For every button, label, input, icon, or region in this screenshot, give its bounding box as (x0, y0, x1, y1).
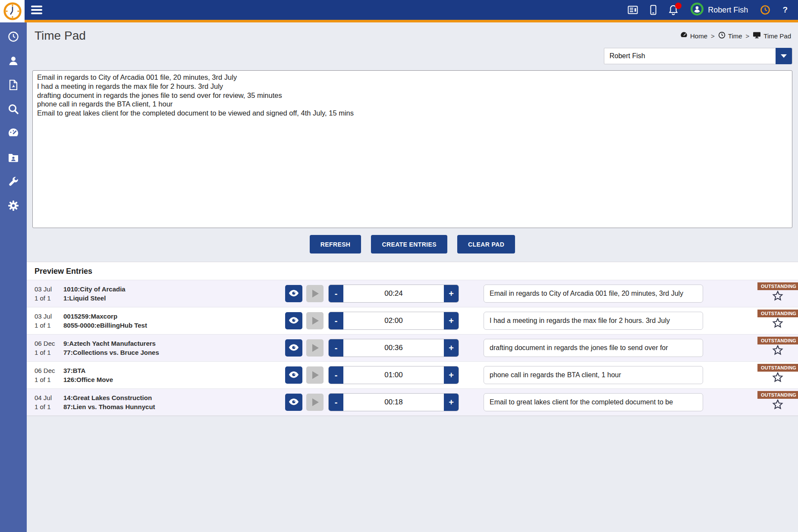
time-value-field[interactable] (343, 366, 444, 384)
entry-status-column: OUTSTANDING (757, 307, 798, 334)
favorite-star-button[interactable] (757, 372, 798, 385)
start-timer-button[interactable] (306, 285, 324, 302)
start-timer-button[interactable] (306, 339, 324, 357)
time-pad-textarea[interactable]: Email in regards to City of Arcadia 001 … (32, 70, 792, 228)
sidebar-item-time[interactable] (0, 32, 27, 43)
favorite-star-button[interactable] (757, 318, 798, 330)
preview-entries-section: Preview Entries 03 Jul 1 of 1 1010:City … (27, 262, 798, 416)
clear-pad-button[interactable]: CLEAR PAD (457, 235, 515, 253)
entry-page-count: 1 of 1 (35, 321, 63, 330)
page-title: Time Pad (35, 29, 86, 43)
entry-date: 03 Jul 1 of 1 (27, 312, 63, 330)
entry-matter-name: 87:Lien vs. Thomas Hunnycut (63, 402, 285, 411)
breadcrumb-separator: > (711, 32, 715, 40)
preview-entry-row: 03 Jul 1 of 1 0015259:Maxcorp 8055-0000:… (27, 307, 798, 334)
increase-time-button[interactable]: + (444, 394, 459, 411)
favorite-star-button[interactable] (757, 345, 798, 357)
increase-time-button[interactable]: + (444, 312, 459, 329)
entry-description-input[interactable] (484, 312, 703, 330)
increase-time-button[interactable]: + (444, 339, 459, 357)
entry-matter: 1010:City of Arcadia 1:Liquid Steel (63, 285, 285, 303)
favorite-star-button[interactable] (757, 291, 798, 303)
dashboard-icon (8, 128, 19, 141)
entry-description-input[interactable] (484, 285, 703, 303)
time-value-field[interactable] (343, 285, 444, 302)
start-timer-button[interactable] (306, 394, 324, 411)
entry-client: 1010:City of Arcadia (63, 285, 285, 294)
entry-description-input[interactable] (484, 339, 703, 357)
entry-date: 03 Jul 1 of 1 (27, 285, 63, 303)
bell-icon[interactable] (669, 5, 678, 15)
sidebar-item-documents[interactable] (0, 80, 27, 91)
increase-time-button[interactable]: + (444, 366, 459, 384)
entry-matter: 9:Aztech Yacht Manufacturers 77:Collecti… (63, 339, 285, 357)
breadcrumb-home[interactable]: Home (680, 31, 707, 40)
decrease-time-button[interactable]: - (329, 285, 343, 302)
decrease-time-button[interactable]: - (329, 339, 343, 357)
entry-description-input[interactable] (484, 393, 703, 411)
increase-time-button[interactable]: + (444, 285, 459, 302)
hamburger-menu-button[interactable] (31, 6, 42, 14)
entry-client: 37:BTA (63, 366, 285, 375)
entry-date: 04 Jul 1 of 1 (27, 393, 63, 411)
contacts-folder-icon (8, 152, 19, 164)
decrease-time-button[interactable]: - (329, 312, 343, 329)
entry-matter: 0015259:Maxcorp 8055-0000:eBillingHub Te… (63, 312, 285, 330)
create-entries-button[interactable]: CREATE ENTRIES (371, 235, 447, 253)
sidebar-item-settings[interactable] (0, 201, 27, 212)
time-stepper: - + (328, 339, 459, 357)
entry-status-column: OUTSTANDING (757, 362, 798, 388)
monitor-icon (753, 31, 761, 40)
entry-description-input[interactable] (484, 366, 703, 384)
time-stepper: - + (328, 366, 459, 384)
history-clock-icon[interactable] (760, 5, 770, 15)
start-timer-button[interactable] (306, 312, 324, 329)
sidebar-item-tools[interactable] (0, 177, 27, 188)
view-entry-button[interactable] (285, 366, 302, 384)
decrease-time-button[interactable]: - (329, 394, 343, 411)
entry-matter-name: 8055-0000:eBillingHub Test (63, 321, 285, 330)
notification-badge (675, 3, 682, 9)
play-icon (312, 290, 319, 297)
refresh-button[interactable]: REFRESH (310, 235, 361, 253)
timekeeper-select[interactable]: Robert Fish (604, 48, 792, 64)
entry-page-count: 1 of 1 (35, 294, 63, 303)
time-value-field[interactable] (343, 339, 444, 357)
preview-entry-row: 06 Dec 1 of 1 9:Aztech Yacht Manufacture… (27, 334, 798, 361)
entry-client: 0015259:Maxcorp (63, 312, 285, 321)
view-entry-button[interactable] (285, 312, 302, 329)
sidebar-item-clients[interactable] (0, 153, 27, 164)
entry-page-count: 1 of 1 (35, 375, 63, 384)
breadcrumb-time[interactable]: Time (718, 31, 742, 40)
view-entry-button[interactable] (285, 394, 302, 411)
star-icon (772, 295, 783, 303)
help-icon[interactable]: ? (782, 5, 788, 15)
eye-icon (289, 316, 299, 325)
entry-page-count: 1 of 1 (35, 348, 63, 357)
entry-date: 06 Dec 1 of 1 (27, 339, 63, 357)
eye-icon (289, 371, 299, 380)
action-buttons: REFRESH CREATE ENTRIES CLEAR PAD (27, 228, 798, 262)
star-icon (772, 350, 783, 357)
view-entry-button[interactable] (285, 339, 302, 357)
sidebar-item-contacts[interactable] (0, 56, 27, 67)
decrease-time-button[interactable]: - (329, 366, 343, 384)
sidebar-item-search[interactable] (0, 104, 27, 116)
mobile-icon[interactable] (650, 5, 657, 15)
sidebar-item-dashboard[interactable] (0, 128, 27, 140)
start-timer-button[interactable] (306, 366, 324, 384)
user-menu[interactable]: Robert Fish (690, 2, 748, 18)
view-entry-button[interactable] (285, 285, 302, 302)
topbar-username: Robert Fish (708, 6, 748, 15)
entry-status-column: OUTSTANDING (757, 280, 798, 307)
entry-matter-name: 1:Liquid Steel (63, 294, 285, 303)
favorite-star-button[interactable] (757, 399, 798, 412)
star-icon (772, 322, 783, 330)
play-icon (312, 317, 319, 325)
time-value-field[interactable] (343, 394, 444, 411)
time-value-field[interactable] (343, 312, 444, 329)
search-icon (8, 103, 19, 116)
newspaper-icon[interactable] (628, 5, 638, 15)
play-icon (312, 398, 319, 406)
timekeeper-select-button[interactable] (776, 48, 792, 64)
